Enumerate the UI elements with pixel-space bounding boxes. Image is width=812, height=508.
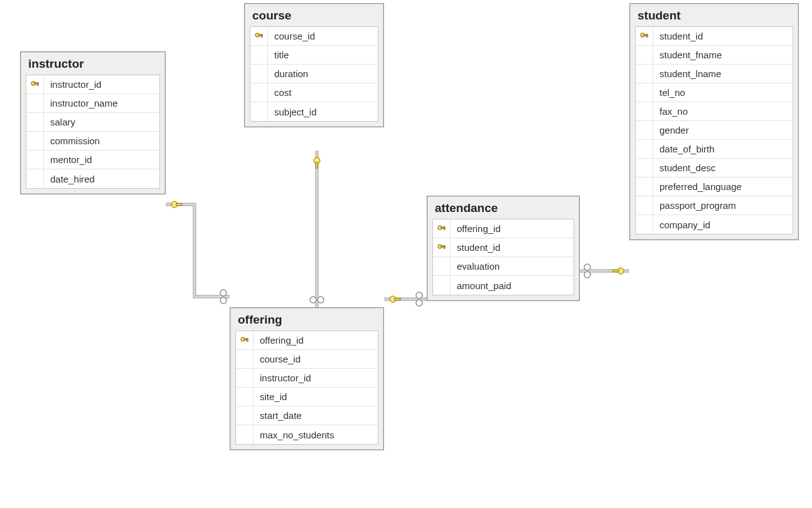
entity-offering[interactable]: offering offering_idcourse_idinstructor_… xyxy=(230,307,384,450)
pk-cell xyxy=(433,220,451,238)
svg-point-13 xyxy=(584,272,590,278)
entity-body-offering: offering_idcourse_idinstructor_idsite_id… xyxy=(235,331,378,445)
column-row[interactable]: course_id xyxy=(250,27,378,46)
column-row[interactable]: commission xyxy=(26,132,159,151)
svg-rect-18 xyxy=(37,83,38,85)
primary-key-icon xyxy=(639,31,649,41)
empty-key-cell xyxy=(250,46,268,64)
primary-key-icon xyxy=(437,243,447,253)
column-row[interactable]: offering_id xyxy=(433,220,574,238)
entity-instructor[interactable]: instructor instructor_idinstructor_names… xyxy=(20,51,166,194)
column-name: date_hired xyxy=(44,174,95,184)
column-row[interactable]: preferred_language xyxy=(636,177,793,196)
column-row[interactable]: passport_program xyxy=(636,196,793,215)
column-row[interactable]: gender xyxy=(636,121,793,140)
column-name: tel_no xyxy=(653,87,685,98)
primary-key-icon xyxy=(240,336,250,346)
column-name: student_lname xyxy=(653,68,721,79)
empty-key-cell xyxy=(636,140,653,158)
column-row[interactable]: company_id xyxy=(636,215,793,234)
column-row[interactable]: instructor_id xyxy=(236,369,378,388)
svg-point-11 xyxy=(416,300,422,306)
column-name: preferred_language xyxy=(653,181,742,192)
empty-key-cell xyxy=(26,151,44,169)
svg-point-3 xyxy=(220,297,227,304)
column-row[interactable]: duration xyxy=(250,65,378,83)
column-row[interactable]: instructor_name xyxy=(26,94,159,113)
column-name: student_id xyxy=(653,31,703,41)
svg-rect-30 xyxy=(444,246,445,248)
column-row[interactable]: student_desc xyxy=(636,159,793,177)
column-name: amount_paid xyxy=(451,280,511,291)
column-name: instructor_name xyxy=(44,98,118,108)
empty-key-cell xyxy=(636,177,653,196)
column-row[interactable]: fax_no xyxy=(636,102,793,121)
pk-cell xyxy=(636,27,653,45)
svg-point-14 xyxy=(617,268,624,274)
column-row[interactable]: date_of_birth xyxy=(636,140,793,159)
column-row[interactable]: date_hired xyxy=(26,169,159,188)
entity-attendance[interactable]: attendance offering_idstudent_idevaluati… xyxy=(427,196,580,301)
svg-rect-27 xyxy=(444,227,445,230)
column-row[interactable]: student_lname xyxy=(636,65,793,83)
column-name: course_id xyxy=(268,31,315,41)
column-row[interactable]: title xyxy=(250,46,378,65)
column-row[interactable]: max_no_students xyxy=(236,425,378,444)
empty-key-cell xyxy=(26,169,44,188)
pk-cell xyxy=(236,331,254,349)
empty-key-cell xyxy=(26,113,44,131)
empty-key-cell xyxy=(433,257,451,275)
entity-title: student xyxy=(630,4,798,26)
column-row[interactable]: course_id xyxy=(236,350,378,369)
entity-student[interactable]: student student_idstudent_fnamestudent_l… xyxy=(629,3,799,240)
column-name: student_desc xyxy=(653,162,715,173)
column-name: offering_id xyxy=(451,223,501,234)
primary-key-icon xyxy=(437,224,447,234)
entity-body-attendance: offering_idstudent_idevaluationamount_pa… xyxy=(432,219,574,295)
svg-point-12 xyxy=(584,264,590,270)
column-row[interactable]: student_id xyxy=(433,238,574,257)
column-row[interactable]: student_fname xyxy=(636,46,793,65)
entity-body-course: course_idtitledurationcostsubject_id xyxy=(250,26,378,122)
column-row[interactable]: offering_id xyxy=(236,331,378,350)
svg-point-4 xyxy=(314,157,320,164)
column-row[interactable]: subject_id xyxy=(250,102,378,121)
column-name: cost xyxy=(268,87,292,98)
empty-key-cell xyxy=(250,83,268,102)
column-row[interactable]: salary xyxy=(26,113,159,132)
entity-title: course xyxy=(245,4,383,26)
empty-key-cell xyxy=(636,83,653,102)
svg-point-6 xyxy=(310,297,316,303)
column-row[interactable]: start_date xyxy=(236,406,378,425)
empty-key-cell xyxy=(636,121,653,139)
empty-key-cell xyxy=(236,388,254,406)
empty-key-cell xyxy=(636,159,653,177)
empty-key-cell xyxy=(636,196,653,214)
column-name: course_id xyxy=(254,354,301,364)
column-row[interactable]: evaluation xyxy=(433,257,574,276)
column-row[interactable]: instructor_id xyxy=(26,75,159,94)
column-row[interactable]: site_id xyxy=(236,388,378,406)
column-row[interactable]: cost xyxy=(250,83,378,102)
column-row[interactable]: tel_no xyxy=(636,83,793,102)
column-name: fax_no xyxy=(653,106,688,117)
column-row[interactable]: mentor_id xyxy=(26,151,159,169)
svg-point-7 xyxy=(318,297,324,303)
column-name: site_id xyxy=(254,391,287,402)
svg-point-10 xyxy=(416,292,422,299)
empty-key-cell xyxy=(236,350,254,368)
column-row[interactable]: student_id xyxy=(636,27,793,46)
column-name: max_no_students xyxy=(254,430,334,440)
empty-key-cell xyxy=(26,94,44,112)
empty-key-cell xyxy=(236,425,254,444)
empty-key-cell xyxy=(636,46,653,64)
empty-key-cell xyxy=(236,369,254,387)
column-name: date_of_birth xyxy=(653,144,715,154)
svg-point-8 xyxy=(390,296,396,302)
column-row[interactable]: amount_paid xyxy=(433,276,574,295)
column-name: commission xyxy=(44,135,100,146)
primary-key-icon xyxy=(30,80,40,90)
empty-key-cell xyxy=(250,65,268,83)
entity-course[interactable]: course course_idtitledurationcostsubject… xyxy=(244,3,384,127)
empty-key-cell xyxy=(636,215,653,234)
